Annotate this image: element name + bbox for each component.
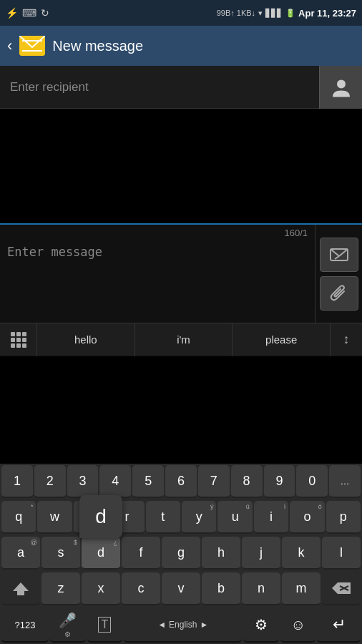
key-o[interactable]: oò: [290, 501, 324, 534]
key-mic[interactable]: 🎤 ⚙: [50, 608, 86, 643]
svg-point-2: [337, 79, 346, 88]
settings-icon: ⚙: [255, 616, 268, 633]
keyboard-icon: ⌨: [22, 7, 36, 19]
key-w[interactable]: w: [37, 501, 72, 534]
key-q[interactable]: q*: [1, 501, 36, 534]
key-2[interactable]: 2: [34, 465, 66, 498]
status-bar: ⚡ ⌨ ↻ 99B↑ 1KB↓ ▾ ▋▋▋ 🔋 Apr 11, 23:27: [0, 0, 362, 26]
key-t[interactable]: t: [146, 501, 180, 534]
app-bar: ‹ New message: [0, 26, 362, 66]
key-text-edit[interactable]: T: [87, 608, 123, 643]
suggestion-im[interactable]: i'm: [135, 323, 233, 356]
key-settings[interactable]: ⚙: [243, 608, 279, 643]
key-f[interactable]: f: [122, 537, 160, 570]
language-label: English: [169, 620, 197, 630]
page-title: New message: [52, 38, 143, 54]
key-sym[interactable]: ?123: [1, 608, 49, 643]
key-3[interactable]: 3: [67, 465, 99, 498]
back-button[interactable]: ‹: [7, 36, 12, 55]
key-j[interactable]: j: [242, 537, 280, 570]
status-time: Apr 11, 23:27: [298, 8, 356, 19]
message-input[interactable]: [4, 228, 310, 320]
signal-bars: ▋▋▋: [265, 9, 283, 18]
key-g[interactable]: g: [162, 537, 200, 570]
zxcv-row: z x c v b n m: [0, 571, 362, 607]
emoji-icon: ☺: [290, 617, 305, 633]
key-n[interactable]: n: [242, 572, 280, 605]
key-7[interactable]: 7: [198, 465, 230, 498]
svg-marker-8: [332, 582, 351, 594]
key-1[interactable]: 1: [1, 465, 33, 498]
recipient-input[interactable]: [0, 66, 319, 108]
key-shift[interactable]: [1, 572, 40, 605]
lang-right-arrow: ►: [200, 620, 208, 630]
key-9[interactable]: 9: [264, 465, 295, 498]
key-z[interactable]: z: [41, 572, 80, 605]
key-c[interactable]: c: [122, 572, 160, 605]
char-count: 160/1: [284, 228, 308, 238]
wifi-icon: ▾: [258, 9, 263, 18]
key-d[interactable]: d¿ d: [82, 537, 120, 570]
key-s[interactable]: s$: [41, 537, 80, 570]
mail-icon: [19, 36, 45, 56]
attach-button[interactable]: [320, 276, 358, 311]
qwerty-row: q* w e r t yý uü iì oò p: [0, 499, 362, 535]
asdf-row: a@ s$ d¿ d f g h j k l: [0, 535, 362, 571]
key-space[interactable]: ◄ English ►: [124, 608, 242, 643]
key-backspace[interactable]: [322, 572, 361, 605]
send-button[interactable]: [320, 238, 358, 272]
message-actions: [315, 225, 362, 323]
number-row: 1 2 3 4 5 6 7 8 9 0 …: [0, 464, 362, 499]
key-k[interactable]: k: [282, 537, 321, 570]
key-i[interactable]: iì: [254, 501, 288, 534]
key-p[interactable]: p: [326, 501, 361, 534]
signal-text: 99B↑ 1KB↓: [217, 9, 255, 17]
key-b[interactable]: b: [202, 572, 240, 605]
key-4[interactable]: 4: [99, 465, 131, 498]
enter-icon: ↵: [333, 615, 346, 634]
mic-settings-icon: ⚙: [64, 630, 71, 638]
svg-line-5: [339, 249, 348, 256]
key-5[interactable]: 5: [132, 465, 164, 498]
usb-icon: ⚡: [6, 7, 18, 19]
key-u[interactable]: uü: [217, 501, 252, 534]
svg-line-6: [335, 256, 339, 259]
message-area: [0, 109, 362, 223]
key-emoji[interactable]: ☺: [280, 608, 316, 643]
message-input-row: 160/1: [0, 223, 362, 323]
key-a[interactable]: a@: [1, 537, 40, 570]
suggestion-please[interactable]: please: [233, 323, 331, 356]
svg-line-4: [331, 249, 339, 256]
attach-icon: [330, 284, 348, 303]
key-popup-d: d: [79, 495, 122, 538]
lang-left-arrow: ◄: [157, 620, 166, 630]
sync-icon: ↻: [41, 7, 49, 19]
key-x[interactable]: x: [82, 572, 120, 605]
key-v[interactable]: v: [162, 572, 200, 605]
suggestion-hello[interactable]: hello: [37, 323, 135, 356]
key-ellipsis[interactable]: …: [329, 465, 361, 498]
keyboard: 1 2 3 4 5 6 7 8 9 0 … q* w e r t yý uü i…: [0, 464, 362, 644]
svg-marker-7: [13, 582, 29, 595]
key-m[interactable]: m: [282, 572, 321, 605]
suggestions-row: hello i'm please ↕: [0, 323, 362, 356]
key-l[interactable]: l: [322, 537, 361, 570]
battery-icon: 🔋: [285, 9, 295, 18]
key-enter[interactable]: ↵: [317, 608, 361, 643]
key-0[interactable]: 0: [296, 465, 328, 498]
send-icon: [329, 246, 349, 263]
mic-icon: 🎤: [59, 612, 77, 629]
key-y[interactable]: yý: [182, 501, 216, 534]
suggestions-arrow[interactable]: ↕: [331, 323, 362, 356]
key-8[interactable]: 8: [231, 465, 263, 498]
bottom-bar: ?123 🎤 ⚙ T ◄ English ► ⚙ ☺ ↵: [0, 607, 362, 644]
text-edit-icon: T: [98, 617, 111, 633]
contact-picker-button[interactable]: [319, 66, 362, 109]
key-6[interactable]: 6: [165, 465, 197, 498]
keyboard-grid-button[interactable]: [0, 323, 37, 356]
recipient-row: [0, 66, 362, 109]
grid-icon: [11, 332, 26, 348]
contact-icon: [331, 77, 352, 98]
key-h[interactable]: h: [202, 537, 240, 570]
language-selector[interactable]: ◄ English ►: [157, 620, 208, 630]
